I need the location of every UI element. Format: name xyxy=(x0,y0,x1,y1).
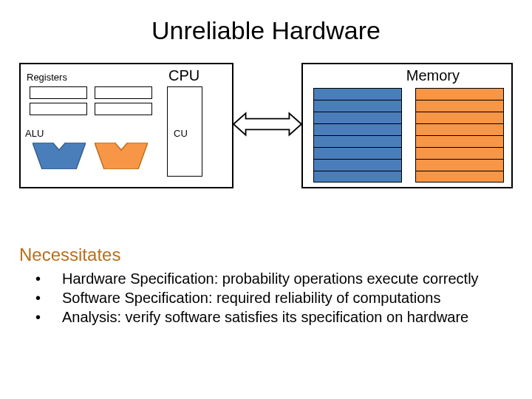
cpu-box: Registers ALU CU CPU xyxy=(19,63,233,188)
bus-arrow-icon xyxy=(233,110,301,138)
alu-shape-orange xyxy=(95,143,148,169)
svg-marker-1 xyxy=(95,143,148,169)
register-cell xyxy=(95,103,152,115)
register-cell xyxy=(30,103,87,115)
svg-marker-2 xyxy=(233,113,301,134)
memory-bank-orange xyxy=(415,88,504,183)
cu-label: CU xyxy=(174,128,188,139)
hardware-diagram: Registers ALU CU CPU Memory xyxy=(19,63,513,211)
bullet-list: Hardware Specification: probability oper… xyxy=(19,270,513,326)
cpu-label: CPU xyxy=(168,67,200,84)
list-item: Software Specification: required reliabi… xyxy=(49,289,513,307)
text-section: Necessitates Hardware Specification: pro… xyxy=(19,245,513,326)
registers-label: Registers xyxy=(27,72,67,83)
register-cell xyxy=(95,86,152,99)
subheading: Necessitates xyxy=(19,245,513,265)
alu-shape-blue xyxy=(33,143,86,169)
svg-marker-0 xyxy=(33,143,86,169)
memory-box: Memory xyxy=(301,63,513,188)
memory-bank-blue xyxy=(313,88,402,183)
register-cell xyxy=(30,86,87,99)
list-item: Analysis: verify software satisfies its … xyxy=(49,308,513,326)
list-item: Hardware Specification: probability oper… xyxy=(49,270,513,287)
alu-label: ALU xyxy=(25,128,44,139)
memory-label: Memory xyxy=(406,67,460,84)
slide-title: Unreliable Hardware xyxy=(0,0,532,45)
